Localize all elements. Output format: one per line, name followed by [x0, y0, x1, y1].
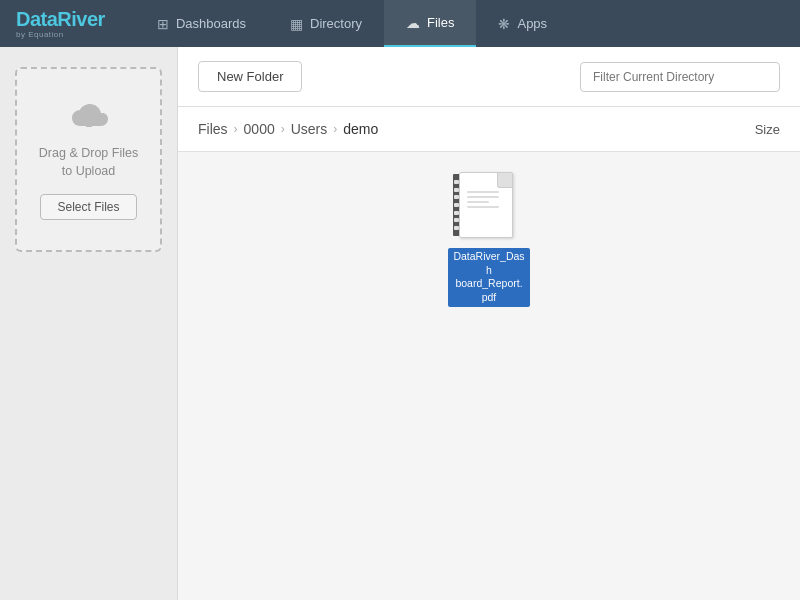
breadcrumb: Files › 0000 › Users › demo [198, 121, 378, 137]
file-item[interactable]: DataRiver_Dashboard_Report.pdf [449, 172, 529, 307]
directory-icon: ▦ [290, 16, 303, 32]
logo-main: DataRiver [16, 8, 105, 30]
drop-zone[interactable]: Drag & Drop Files to Upload Select Files [15, 67, 162, 252]
content-area: New Folder Files › 0000 › Users › demo S… [178, 47, 800, 600]
size-label: Size [755, 122, 780, 137]
upload-icon-wrapper [67, 99, 111, 135]
breadcrumb-0000[interactable]: 0000 [244, 121, 275, 137]
nav-apps[interactable]: ❋ Apps [476, 0, 569, 47]
filter-input[interactable] [580, 62, 780, 92]
new-folder-button[interactable]: New Folder [198, 61, 302, 92]
nav-files-label: Files [427, 15, 454, 30]
file-icon-wrapper [459, 172, 519, 244]
select-files-button[interactable]: Select Files [40, 194, 136, 220]
logo-sub: by Equation [16, 30, 105, 39]
breadcrumb-users[interactable]: Users [291, 121, 328, 137]
nav-dashboards[interactable]: ⊞ Dashboards [135, 0, 268, 47]
upload-cloud-icon [67, 99, 111, 135]
drop-text: Drag & Drop Files to Upload [37, 145, 140, 180]
breadcrumb-bar: Files › 0000 › Users › demo Size [178, 107, 800, 152]
breadcrumb-sep-2: › [281, 122, 285, 136]
nav-items: ⊞ Dashboards ▦ Directory ☁ Files ❋ Apps [135, 0, 784, 47]
logo: DataRiver by Equation [16, 8, 105, 39]
navbar: DataRiver by Equation ⊞ Dashboards ▦ Dir… [0, 0, 800, 47]
file-area: DataRiver_Dashboard_Report.pdf [178, 152, 800, 600]
file-name: DataRiver_Dashboard_Report.pdf [448, 248, 530, 307]
sidebar: Drag & Drop Files to Upload Select Files [0, 47, 178, 600]
nav-directory[interactable]: ▦ Directory [268, 0, 384, 47]
toolbar: New Folder [178, 47, 800, 107]
files-icon: ☁ [406, 15, 420, 31]
nav-directory-label: Directory [310, 16, 362, 31]
breadcrumb-sep-3: › [333, 122, 337, 136]
breadcrumb-files[interactable]: Files [198, 121, 228, 137]
dashboards-icon: ⊞ [157, 16, 169, 32]
breadcrumb-sep-1: › [234, 122, 238, 136]
nav-dashboards-label: Dashboards [176, 16, 246, 31]
breadcrumb-demo[interactable]: demo [343, 121, 378, 137]
apps-icon: ❋ [498, 16, 510, 32]
nav-apps-label: Apps [517, 16, 547, 31]
document-icon [459, 172, 513, 238]
main-layout: Drag & Drop Files to Upload Select Files… [0, 47, 800, 600]
nav-files[interactable]: ☁ Files [384, 0, 476, 47]
